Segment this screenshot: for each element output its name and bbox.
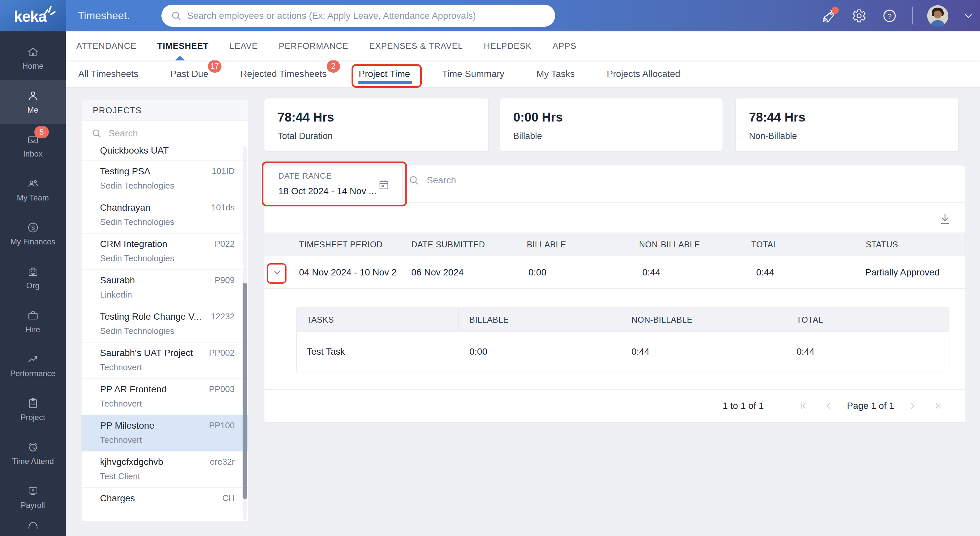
clipboard-icon bbox=[27, 397, 39, 410]
column-header-non-billable: NON-BILLABLE bbox=[639, 233, 700, 256]
keka-logo[interactable]: keka bbox=[0, 0, 66, 31]
subtab-time-summary[interactable]: Time Summary bbox=[442, 69, 504, 79]
project-item[interactable]: Testing PSA Sedin Technologies 101ID bbox=[81, 161, 248, 197]
sidebar-item-home[interactable]: Home bbox=[0, 36, 66, 80]
project-code: CH bbox=[222, 493, 235, 503]
project-item[interactable]: Saurabh's UAT Project Technovert PP002 bbox=[81, 342, 248, 378]
project-code: ere32r bbox=[210, 457, 235, 467]
sidebar-item-payroll[interactable]: $ Payroll bbox=[0, 475, 66, 519]
sidebar-item-label: Project bbox=[21, 413, 45, 422]
sidebar-item-label: My Team bbox=[17, 193, 49, 203]
pagination: 1 to 1 of 1 Page 1 of 1 bbox=[264, 389, 966, 423]
announcements-button[interactable] bbox=[821, 8, 837, 24]
sidebar-item-me[interactable]: Me bbox=[0, 80, 66, 124]
stat-card-total-duration: 78:44 Hrs Total Duration bbox=[264, 98, 488, 151]
project-client: Technovert bbox=[100, 435, 229, 445]
sidebar-item-label: Org bbox=[26, 281, 39, 290]
row-expand-button[interactable] bbox=[270, 265, 285, 280]
stat-label: Non-Billable bbox=[749, 131, 958, 141]
subtab-projects-allocated[interactable]: Projects Allocated bbox=[607, 69, 680, 79]
sidebar-item-label: Inbox bbox=[23, 149, 43, 158]
timesheet-filter-search-input[interactable] bbox=[427, 175, 592, 186]
main-area: ATTENDANCE TIMESHEET LEAVE PERFORMANCE E… bbox=[66, 31, 980, 536]
sidebar-item-label: Time Attend bbox=[12, 457, 54, 466]
svg-text:$: $ bbox=[31, 224, 35, 231]
subtab-all-timesheets[interactable]: All Timesheets bbox=[78, 69, 138, 79]
global-search[interactable] bbox=[161, 5, 555, 27]
project-code: 101ID bbox=[212, 166, 235, 176]
date-range-picker[interactable]: DATE RANGE 18 Oct 2024 - 14 Nov ... bbox=[264, 166, 403, 203]
project-item[interactable]: PP AR Frontend Technovert PP003 bbox=[81, 378, 248, 415]
subtab-past-due[interactable]: Past Due 17 bbox=[170, 69, 208, 79]
tab-performance[interactable]: PERFORMANCE bbox=[278, 41, 348, 51]
project-item[interactable]: Charges CH bbox=[81, 487, 248, 522]
download-button[interactable] bbox=[936, 211, 954, 228]
stat-value: 78:44 Hrs bbox=[749, 110, 958, 124]
projects-search-input[interactable] bbox=[108, 128, 218, 139]
project-item[interactable]: CRM Integration Sedin Technologies P022 bbox=[81, 233, 248, 270]
sidebar-item-project[interactable]: Project bbox=[0, 388, 66, 431]
tab-timesheet[interactable]: TIMESHEET bbox=[157, 41, 208, 51]
last-page-button[interactable] bbox=[931, 399, 944, 413]
last-page-icon bbox=[932, 400, 943, 411]
project-client: Sedin Technologies bbox=[100, 217, 229, 227]
subtab-project-time[interactable]: Project Time bbox=[359, 69, 410, 79]
next-page-icon bbox=[907, 400, 918, 411]
project-name: Saurabh bbox=[100, 275, 229, 286]
sidebar-item-org[interactable]: Org bbox=[0, 255, 66, 300]
tab-expenses-travel[interactable]: EXPENSES & TRAVEL bbox=[369, 41, 463, 51]
tab-attendance[interactable]: ATTENDANCE bbox=[76, 41, 136, 51]
column-header-date-submitted: DATE SUBMITTED bbox=[411, 233, 485, 256]
help-button[interactable]: ? bbox=[881, 8, 897, 24]
project-item[interactable]: Testing Role Change V... Sedin Technolog… bbox=[81, 306, 248, 342]
previous-page-button[interactable] bbox=[822, 399, 835, 413]
project-item[interactable]: Saurabh Linkedin P909 bbox=[81, 270, 248, 306]
subtab-my-tasks[interactable]: My Tasks bbox=[536, 69, 575, 79]
subtab-label: Rejected Timesheets bbox=[240, 69, 326, 79]
settings-button[interactable] bbox=[851, 8, 867, 24]
subtab-rejected-timesheets[interactable]: Rejected Timesheets 2 bbox=[240, 69, 326, 79]
date-range-value: 18 Oct 2024 - 14 Nov ... bbox=[278, 186, 377, 196]
project-client: Test Client bbox=[100, 471, 229, 482]
projects-scrollbar-thumb[interactable] bbox=[243, 283, 247, 499]
global-search-input[interactable] bbox=[187, 11, 546, 21]
project-item-selected[interactable]: PP Milestone Technovert PP100 bbox=[81, 415, 248, 451]
sidebar-item-my-team[interactable]: My Team bbox=[0, 168, 66, 212]
module-nav: ATTENDANCE TIMESHEET LEAVE PERFORMANCE E… bbox=[66, 31, 980, 61]
project-item-partial[interactable]: Quickbooks UAT bbox=[81, 146, 248, 161]
tab-helpdesk[interactable]: HELPDESK bbox=[484, 41, 532, 51]
sidebar-partial-next-icon bbox=[0, 519, 66, 536]
next-page-button[interactable] bbox=[906, 399, 919, 413]
person-icon bbox=[27, 89, 39, 102]
dollar-circle-icon: $ bbox=[27, 221, 39, 234]
column-header-tasks: TASKS bbox=[307, 308, 334, 332]
stat-label: Total Duration bbox=[278, 131, 488, 141]
pagination-page: Page 1 of 1 bbox=[847, 400, 894, 411]
project-name: Charges bbox=[100, 493, 229, 504]
logo-text: keka bbox=[14, 8, 46, 26]
cell-timesheet-period: 04 Nov 2024 - 10 Nov 2 bbox=[299, 256, 410, 289]
stat-label: Billable bbox=[513, 131, 722, 141]
sidebar-item-time-attend[interactable]: Time Attend bbox=[0, 431, 66, 475]
avatar[interactable] bbox=[927, 5, 948, 26]
project-code: P022 bbox=[215, 239, 235, 249]
tab-apps[interactable]: APPS bbox=[552, 41, 577, 51]
project-item[interactable]: kjhvgcfxdgchvb Test Client ere32r bbox=[81, 451, 248, 487]
sidebar-item-my-finances[interactable]: $ My Finances bbox=[0, 212, 66, 255]
alarm-clock-icon bbox=[27, 441, 39, 453]
tab-leave[interactable]: LEAVE bbox=[229, 41, 258, 51]
sidebar-item-hire[interactable]: Hire bbox=[0, 300, 66, 343]
divider bbox=[264, 203, 966, 203]
status-badge: Partially Approved bbox=[865, 256, 940, 289]
previous-page-icon bbox=[823, 400, 834, 411]
project-code: 12232 bbox=[211, 311, 235, 322]
sidebar-item-performance[interactable]: Performance bbox=[0, 343, 66, 388]
project-name: CRM Integration bbox=[100, 239, 229, 249]
projects-search[interactable] bbox=[81, 121, 248, 146]
timesheet-filter-search[interactable] bbox=[408, 175, 592, 186]
project-item[interactable]: Chandrayan Sedin Technologies 101ds bbox=[81, 197, 248, 233]
profile-menu-chevron-icon[interactable] bbox=[963, 10, 974, 21]
sidebar-item-inbox[interactable]: 5 Inbox bbox=[0, 124, 66, 168]
first-page-button[interactable] bbox=[797, 399, 810, 413]
subtab-label: Project Time bbox=[359, 69, 410, 79]
